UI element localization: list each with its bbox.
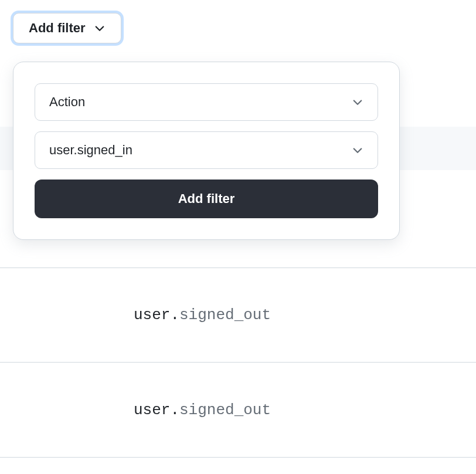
log-action-suffix: signed_out [179, 401, 271, 419]
log-action-label: user.signed_out [134, 401, 271, 419]
filter-value-select[interactable]: user.signed_in [35, 131, 378, 169]
chevron-down-icon [94, 22, 106, 34]
log-row: user.signed_out [0, 268, 476, 363]
log-row: user.signed_out [0, 363, 476, 458]
filter-type-value: Action [49, 94, 85, 110]
submit-add-filter-button[interactable]: Add filter [35, 180, 378, 218]
submit-add-filter-label: Add filter [178, 191, 235, 206]
log-action-label: user.signed_out [134, 306, 271, 324]
chevron-down-icon [352, 144, 363, 156]
add-filter-label: Add filter [29, 21, 86, 36]
filter-type-select[interactable]: Action [35, 83, 378, 121]
filter-value-value: user.signed_in [49, 143, 132, 158]
add-filter-popover: Action user.signed_in Add filter [13, 62, 400, 240]
log-action-suffix: signed_out [179, 306, 271, 324]
add-filter-button[interactable]: Add filter [13, 13, 121, 43]
chevron-down-icon [352, 96, 363, 108]
log-action-prefix: user. [134, 401, 179, 419]
log-action-prefix: user. [134, 306, 179, 324]
